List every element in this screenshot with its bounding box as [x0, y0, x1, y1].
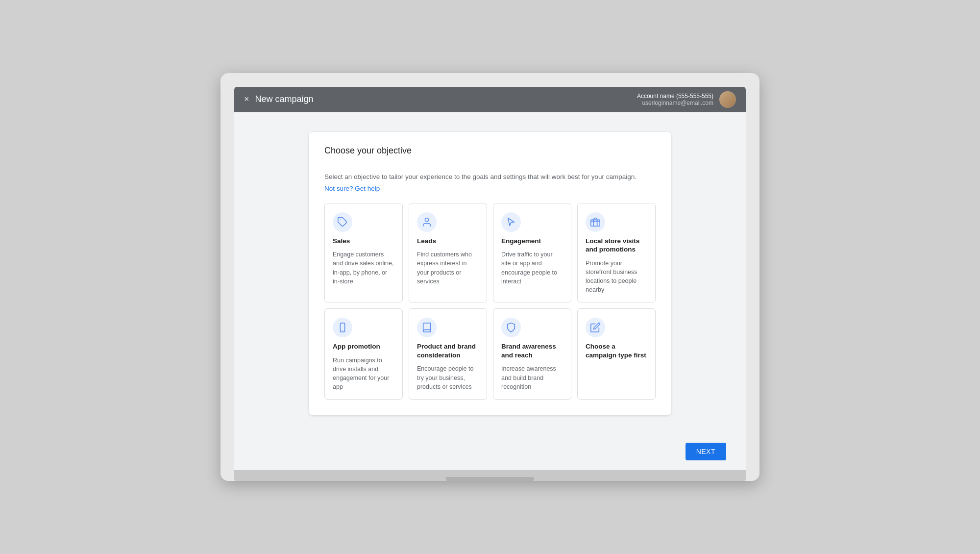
objective-card-choose[interactable]: Choose a campaign type first: [577, 308, 656, 400]
objective-name-app: App promotion: [333, 342, 394, 351]
objective-card-engagement[interactable]: EngagementDrive traffic to your site or …: [493, 203, 571, 303]
topbar-title: New campaign: [255, 94, 314, 104]
objective-desc-brand: Increase awareness and build brand recog…: [501, 364, 563, 391]
topbar-right: Account name (555-555-555) userloginname…: [637, 91, 736, 108]
next-button[interactable]: NEXT: [686, 443, 726, 460]
help-link[interactable]: Not sure? Get help: [324, 185, 380, 192]
objective-desc-leads: Find customers who express interest in y…: [417, 250, 479, 286]
objective-desc-product: Encourage people to try your business, p…: [417, 364, 479, 391]
tag-icon: [333, 212, 352, 232]
objective-card-container: Choose your objective Select an objectiv…: [309, 132, 671, 416]
main-content: Choose your objective Select an objectiv…: [234, 112, 746, 435]
objective-name-local: Local store visits and promotions: [586, 237, 647, 254]
objective-card-app[interactable]: App promotionRun campaigns to drive inst…: [324, 308, 403, 400]
card-description: Select an objective to tailor your exper…: [324, 172, 656, 182]
account-name: Account name (555-555-555): [637, 93, 713, 100]
store-icon: [586, 212, 605, 232]
objective-desc-sales: Engage customers and drive sales online,…: [333, 250, 394, 286]
objective-name-sales: Sales: [333, 237, 394, 246]
objective-name-product: Product and brand consideration: [417, 342, 479, 359]
account-info: Account name (555-555-555) userloginname…: [637, 93, 713, 106]
footer-bar: NEXT: [234, 435, 746, 470]
phone-icon: [333, 318, 352, 337]
cursor-icon: [501, 212, 521, 232]
objectives-grid: SalesEngage customers and drive sales on…: [324, 203, 656, 400]
svg-point-1: [425, 218, 428, 222]
shield-icon: [501, 318, 521, 337]
objective-desc-local: Promote your storefront business locatio…: [586, 259, 647, 295]
objective-name-choose: Choose a campaign type first: [586, 342, 647, 359]
objective-card-leads[interactable]: LeadsFind customers who express interest…: [409, 203, 487, 303]
svg-rect-3: [340, 323, 344, 332]
objective-card-sales[interactable]: SalesEngage customers and drive sales on…: [324, 203, 403, 303]
avatar[interactable]: [719, 91, 736, 108]
objective-card-local[interactable]: Local store visits and promotionsPromote…: [577, 203, 656, 303]
svg-rect-2: [591, 220, 600, 226]
card-title: Choose your objective: [324, 146, 656, 163]
account-email: userloginname@email.com: [637, 100, 713, 106]
objective-name-leads: Leads: [417, 237, 479, 246]
topbar-left: × New campaign: [244, 94, 314, 104]
objective-card-product[interactable]: Product and brand considerationEncourage…: [409, 308, 487, 400]
laptop-base: [234, 470, 746, 481]
book-icon: [417, 318, 437, 337]
objective-desc-app: Run campaigns to drive installs and enga…: [333, 356, 394, 392]
laptop-frame: × New campaign Account name (555-555-555…: [220, 73, 760, 481]
objective-name-brand: Brand awareness and reach: [501, 342, 563, 359]
objective-card-brand[interactable]: Brand awareness and reachIncrease awaren…: [493, 308, 571, 400]
pencil-icon: [586, 318, 605, 337]
laptop-screen: × New campaign Account name (555-555-555…: [234, 87, 746, 471]
objective-name-engagement: Engagement: [501, 237, 563, 246]
person-icon: [417, 212, 437, 232]
objective-desc-engagement: Drive traffic to your site or app and en…: [501, 250, 563, 286]
close-icon[interactable]: ×: [244, 94, 249, 104]
avatar-image: [719, 91, 736, 108]
topbar: × New campaign Account name (555-555-555…: [234, 87, 746, 112]
